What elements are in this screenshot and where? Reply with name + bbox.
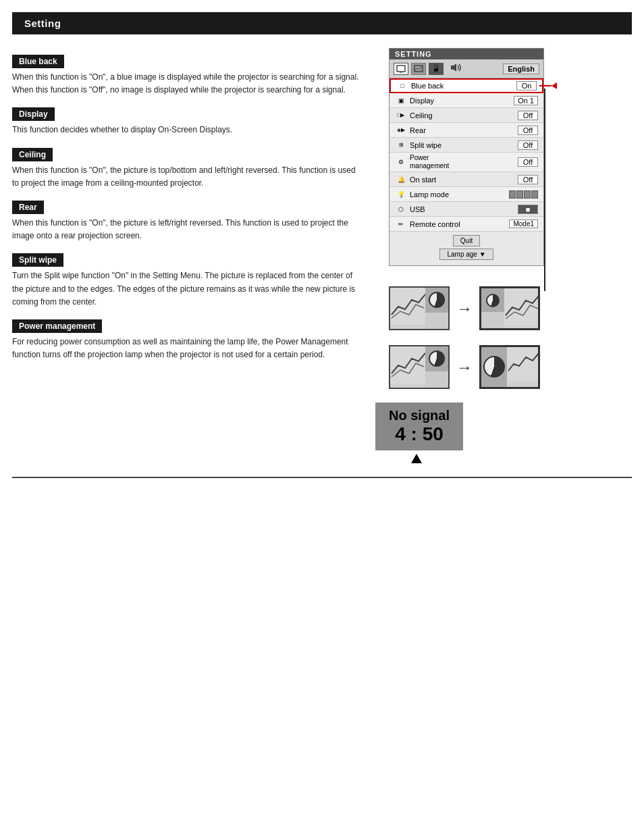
diagrams-section: → [389, 286, 540, 389]
diagram-arrow-1: → [456, 299, 473, 318]
display-value: On 1 [514, 96, 538, 105]
header-title: Setting [24, 18, 61, 29]
blue-back-text: When this function is "On", a blue image… [12, 71, 362, 97]
onstart-value: Off [518, 175, 538, 184]
rear-value: Off [518, 126, 538, 135]
splitwipe-row-label: Split wipe [410, 141, 518, 149]
splitwipe-icon: ⊞ [395, 140, 407, 150]
setting-rows: □ Blue back On ▣ Display On 1 [390, 78, 543, 232]
setting-row-splitwipe: ⊞ Split wipe Off [390, 138, 543, 153]
setting-btn-row: Quit [390, 235, 543, 246]
diagram-row-2: → [389, 345, 540, 389]
split-wipe-label: Split wipe [12, 253, 63, 267]
setting-row-blueback: □ Blue back On [390, 78, 543, 93]
diagram-arrow-2: → [456, 358, 473, 377]
setting-row-lampmode: 💡 Lamp mode [390, 187, 543, 202]
svg-rect-1 [400, 72, 402, 73]
ceiling-icon: □▶ [395, 111, 407, 120]
usb-value: ■ [518, 205, 538, 214]
setting-row-power: ⚙ Powermanagement Off [390, 153, 543, 172]
remote-row-label: Remote control [410, 220, 509, 228]
ceiling-row-label: Ceiling [410, 111, 518, 120]
display-icon: ▣ [395, 96, 407, 105]
countdown-arrow-up [411, 454, 422, 463]
bottom-border [12, 477, 632, 478]
svg-rect-2 [414, 66, 423, 72]
rear-icon: ◈▶ [395, 126, 407, 135]
setting-tabs: 📱 English [390, 59, 543, 78]
quit-button[interactable]: Quit [453, 235, 480, 246]
power-management-label: Power management [12, 319, 102, 333]
lamp-icon-4 [531, 190, 538, 199]
no-signal-box: No signal 4 : 50 [375, 402, 463, 450]
blue-back-label: Blue back [12, 55, 64, 68]
onstart-row-label: On start [410, 176, 518, 184]
splitwipe-value: Off [518, 140, 538, 150]
setting-row-ceiling: □▶ Ceiling Off [390, 108, 543, 123]
blueback-icon: □ [396, 81, 408, 90]
language-button[interactable]: English [503, 63, 539, 74]
power-value: Off [518, 157, 538, 167]
tab-screen-icon[interactable] [394, 63, 408, 75]
lamp-age-button[interactable]: Lamp age ▼ [439, 249, 493, 260]
lampmode-icon: 💡 [395, 190, 407, 199]
display-label: Display [12, 107, 55, 121]
no-signal-section: No signal 4 : 50 [375, 402, 490, 463]
ceiling-label: Ceiling [12, 148, 53, 161]
diagram-after-2 [479, 345, 540, 389]
setting-row-rear: ◈▶ Rear Off [390, 123, 543, 138]
lamp-icon-2 [516, 190, 523, 199]
ceiling-value: Off [518, 111, 538, 120]
setting-row-remote: ✏ Remote control Mode1 [390, 217, 543, 232]
page-header: Setting [12, 12, 632, 34]
setting-row-usb: ⬡ USB ■ [390, 202, 543, 217]
lamp-icons [509, 190, 538, 199]
rear-label: Rear [12, 201, 44, 214]
display-row-label: Display [410, 97, 514, 105]
left-column: Blue back When this function is "On", a … [12, 41, 375, 463]
right-column: SETTING 📱 English [375, 41, 632, 463]
lampmode-row-label: Lamp mode [410, 190, 509, 199]
remote-value: Mode1 [509, 219, 538, 228]
setting-row-onstart: 🔔 On start Off [390, 172, 543, 187]
rear-text: When this function is "On", the picture … [12, 217, 362, 242]
setting-panel: SETTING 📱 English [389, 48, 544, 266]
setting-panel-wrapper: SETTING 📱 English [375, 41, 544, 266]
tab-audio-icon[interactable]: 📱 [429, 63, 444, 75]
blueback-label: Blue back [411, 82, 516, 90]
lamp-age-row: Lamp age ▼ [390, 249, 543, 260]
setting-row-display: ▣ Display On 1 [390, 93, 543, 108]
power-row-label: Powermanagement [410, 154, 518, 170]
diagram-row-1: → [389, 286, 540, 330]
onstart-icon: 🔔 [395, 175, 407, 184]
diagram-after-1 [479, 286, 540, 330]
blueback-value: On [516, 81, 537, 90]
no-signal-title: No signal [389, 408, 450, 423]
display-text: This function decides whether to display… [12, 124, 362, 136]
pointer-line [544, 88, 545, 291]
no-signal-timer: 4 : 50 [389, 423, 450, 445]
diagram-before-2 [389, 345, 450, 389]
svg-rect-0 [397, 66, 405, 72]
remote-icon: ✏ [395, 219, 407, 229]
power-icon: ⚙ [395, 157, 407, 167]
svg-marker-3 [451, 63, 456, 72]
lamp-icon-1 [509, 190, 516, 199]
split-wipe-text: Turn the Split wipe function "On" in the… [12, 269, 362, 309]
usb-row-label: USB [410, 205, 518, 213]
tab-sound-icon[interactable] [449, 62, 464, 75]
usb-icon: ⬡ [395, 205, 407, 214]
rear-row-label: Rear [410, 126, 518, 134]
diagram-before-1 [389, 286, 450, 330]
svg-rect-7 [507, 347, 538, 381]
power-management-text: For reducing power consumption as well a… [12, 336, 362, 361]
ceiling-text: When this function is "On", the picture … [12, 164, 362, 190]
lamp-icon-3 [524, 190, 531, 199]
tab-display-icon[interactable] [411, 63, 426, 75]
setting-title: SETTING [390, 49, 543, 59]
